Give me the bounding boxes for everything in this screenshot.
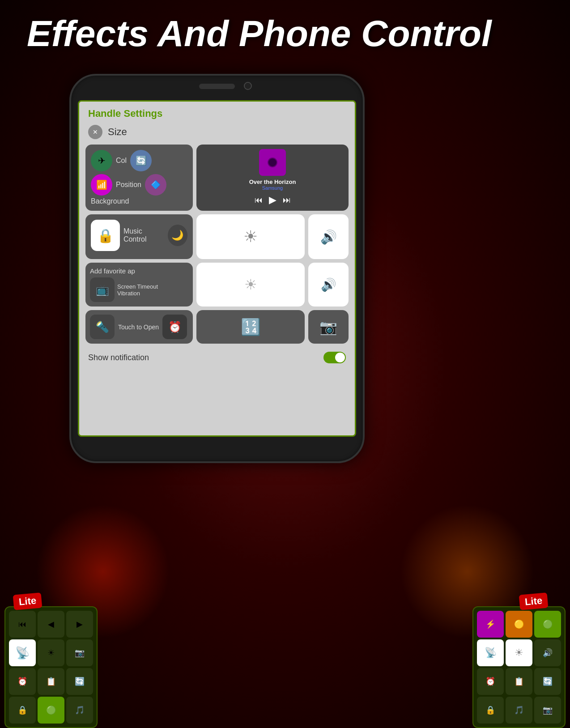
moon-icon: 🌙 (171, 230, 183, 241)
prev-button[interactable]: ⏮ (255, 196, 263, 205)
rmini-app-8[interactable]: 📋 (506, 668, 532, 695)
mini-app-10[interactable]: 🔒 (9, 697, 36, 724)
lock-music-card: 🔒 Music Control 🌙 (85, 214, 193, 259)
vibration-label: Vibration (117, 290, 158, 297)
handle-settings-header: Handle Settings (79, 102, 355, 123)
notification-row: Show notification (79, 347, 355, 368)
size-row: ✕ Size (79, 123, 355, 141)
show-notification-label: Show notification (88, 353, 149, 362)
rmini-app-1[interactable]: ⚡ (477, 611, 504, 638)
bluetooth-button[interactable]: 🔷 (145, 174, 166, 196)
refresh-button[interactable]: 🔄 (130, 150, 152, 171)
lock-icon: 🔒 (97, 228, 114, 243)
col-label: Col (116, 157, 127, 165)
rmini-app-11[interactable]: 🎵 (506, 697, 532, 724)
speaker-icon: 🔊 (321, 277, 336, 292)
calculator-icon: 🔢 (241, 318, 261, 336)
size-label: Size (108, 126, 127, 138)
app-cluster-right: Lite ⚡ 🟡 🟢 📡 ☀ 🔊 ⏰ 📋 🔄 🔒 🎵 📷 (427, 571, 570, 728)
brightness-card[interactable]: ☀ (196, 214, 305, 259)
timer-button[interactable]: ⏰ (162, 315, 187, 339)
lite-badge-right: Lite (519, 592, 549, 610)
flashlight-button[interactable]: 🔦 (90, 315, 115, 339)
background-label: Background (91, 197, 187, 205)
add-favorite-panel: Add favorite ap 📺 Screen Timeout Vibrati… (85, 263, 193, 307)
add-favorite-label: Add favorite ap (90, 267, 188, 275)
app-cluster-left: Lite ⏮ ◀ ▶ 📡 ☀ 📷 ⏰ 📋 🔄 🔒 🟢 🎵 (0, 571, 143, 728)
rmini-app-4[interactable]: 📡 (477, 639, 504, 666)
flashlight-icon: 🔦 (96, 321, 109, 333)
mini-app-2[interactable]: ◀ (38, 611, 64, 638)
page-title: Effects And Phone Control (27, 13, 543, 54)
camera-button[interactable]: 📷 (308, 310, 349, 344)
airplane-icon: ✈ (98, 155, 106, 166)
phone-speaker (199, 84, 235, 89)
brightness-slider-card[interactable]: ☀ (196, 263, 305, 307)
notification-toggle[interactable] (323, 352, 346, 363)
cast-icon: 📺 (96, 284, 109, 296)
mini-app-12[interactable]: 🎵 (66, 697, 93, 724)
rmini-app-10[interactable]: 🔒 (477, 697, 504, 724)
album-art (259, 149, 286, 176)
music-player: Over the Horizon Samsung ⏮ ▶ ⏭ (196, 145, 349, 211)
volume-icon: 🔊 (320, 229, 337, 245)
col-row: ✈ Col 🔄 (91, 150, 187, 171)
lite-badge-left: Lite (13, 592, 43, 610)
album-art-inner (268, 158, 277, 167)
rmini-app-6[interactable]: 🔊 (534, 639, 561, 666)
camera-icon: 📷 (319, 319, 337, 336)
position-label: Position (116, 181, 141, 189)
mini-app-8[interactable]: 📋 (38, 668, 64, 695)
mini-app-9[interactable]: 🔄 (66, 668, 93, 695)
sliders-section: Add favorite ap 📺 Screen Timeout Vibrati… (85, 263, 349, 307)
bluetooth-icon: 🔷 (151, 180, 161, 190)
volume-card[interactable]: 🔊 (308, 214, 349, 259)
top-section: ✈ Col 🔄 📶 Position 🔷 (85, 145, 349, 211)
quick-toggles-panel: ✈ Col 🔄 📶 Position 🔷 (85, 145, 193, 211)
rmini-app-2[interactable]: 🟡 (506, 611, 532, 638)
phone-device: Handle Settings ✕ Size ✈ Col (69, 74, 365, 463)
airplane-button[interactable]: ✈ (91, 150, 112, 171)
mini-app-1[interactable]: ⏮ (9, 611, 36, 638)
mini-app-6[interactable]: 📷 (66, 639, 93, 666)
music-controls: ⏮ ▶ ⏭ (255, 194, 291, 206)
bottom-tools: 🔦 Touch to Open ⏰ 🔢 📷 (85, 310, 349, 344)
cast-icon-box[interactable]: 📺 (90, 277, 115, 302)
mini-app-5[interactable]: ☀ (38, 639, 64, 666)
left-app-grid: ⏮ ◀ ▶ 📡 ☀ 📷 ⏰ 📋 🔄 🔒 🟢 🎵 (4, 606, 98, 728)
rmini-app-12[interactable]: 📷 (534, 697, 561, 724)
mini-app-7[interactable]: ⏰ (9, 668, 36, 695)
rmini-app-5[interactable]: ☀ (506, 639, 532, 666)
touch-open-label: Touch to Open (118, 324, 159, 331)
wifi-icon: 📶 (96, 179, 107, 190)
wifi-button[interactable]: 📶 (91, 174, 112, 196)
lock-button[interactable]: 🔒 (91, 220, 120, 251)
middle-section: 🔒 Music Control 🌙 ☀ 🔊 (85, 214, 349, 259)
refresh-icon: 🔄 (136, 155, 147, 166)
sun-icon: ☀ (244, 276, 257, 293)
right-app-grid: ⚡ 🟡 🟢 📡 ☀ 🔊 ⏰ 📋 🔄 🔒 🎵 📷 (472, 606, 566, 728)
song-title: Over the Horizon (249, 179, 296, 185)
rmini-app-3[interactable]: 🟢 (534, 611, 561, 638)
phone-screen: Handle Settings ✕ Size ✈ Col (78, 100, 356, 437)
phone-camera (244, 82, 252, 90)
song-artist: Samsung (262, 185, 283, 191)
music-control-label: Music Control (123, 227, 164, 243)
tools-left-panel: 🔦 Touch to Open ⏰ (85, 310, 193, 344)
rmini-app-9[interactable]: 🔄 (534, 668, 561, 695)
close-icon[interactable]: ✕ (88, 125, 102, 139)
brightness-icon: ☀ (243, 227, 258, 246)
calculator-button[interactable]: 🔢 (196, 310, 305, 344)
mini-app-3[interactable]: ▶ (66, 611, 93, 638)
timer-icon: ⏰ (168, 321, 182, 333)
rmini-app-7[interactable]: ⏰ (477, 668, 504, 695)
volume-slider-card[interactable]: 🔊 (308, 263, 349, 307)
main-grid: ✈ Col 🔄 📶 Position 🔷 (79, 141, 355, 347)
play-button[interactable]: ▶ (269, 194, 276, 206)
screen-timeout-label: Screen Timeout (117, 283, 158, 290)
next-button[interactable]: ⏭ (283, 196, 291, 205)
mini-app-4[interactable]: 📡 (9, 639, 36, 666)
mini-app-11[interactable]: 🟢 (38, 697, 64, 724)
